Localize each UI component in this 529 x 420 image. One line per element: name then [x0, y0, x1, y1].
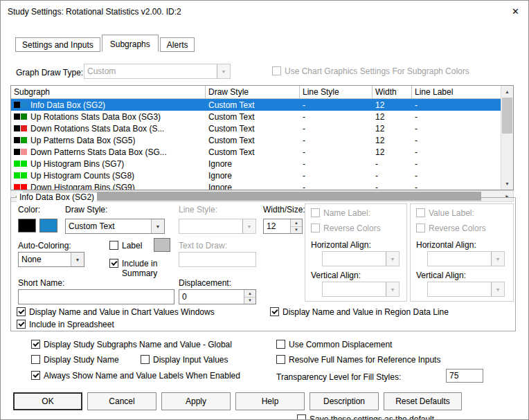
width-size-stepper[interactable]: 12 ▲ ▼ — [263, 219, 303, 234]
label-color-button[interactable] — [154, 238, 170, 252]
save-default-option[interactable]: Save these settings as the default — [297, 414, 434, 420]
include-spreadsheet-option[interactable]: Include in Spreadsheet — [17, 320, 114, 329]
name-reverse-colors-checkbox[interactable] — [311, 223, 320, 232]
label-option[interactable]: Label — [109, 241, 142, 250]
spin-up-icon[interactable]: ▲ — [244, 290, 255, 298]
secondary-color-button[interactable] — [39, 219, 57, 232]
subgraph-name: Info Data Box (SG2) — [30, 100, 105, 110]
display-study-name-option[interactable]: Display Study Name — [31, 355, 119, 365]
column-header-line-label[interactable]: Line Label — [412, 86, 503, 99]
line-style-select[interactable]: ▼ — [179, 219, 256, 234]
close-icon[interactable]: ✕ — [512, 6, 519, 17]
spin-down-icon[interactable]: ▼ — [291, 227, 302, 234]
include-spreadsheet-checkbox[interactable] — [17, 320, 26, 329]
table-row[interactable]: Up Histogram Bins (SG7)Ignore--- — [11, 158, 513, 170]
display-region-data-option[interactable]: Display Name and Value in Region Data Li… — [270, 307, 449, 317]
value-vertical-align-select[interactable]: ▼ — [427, 282, 505, 297]
include-in-summary-checkbox[interactable] — [109, 259, 118, 268]
chevron-down-icon[interactable]: ▼ — [491, 282, 504, 296]
name-label-checkbox[interactable] — [311, 208, 320, 217]
apply-button[interactable]: Apply — [161, 392, 231, 410]
use-common-displacement-checkbox[interactable] — [276, 340, 285, 349]
save-default-checkbox[interactable] — [297, 414, 306, 420]
scroll-up-icon[interactable]: ▲ — [501, 86, 513, 98]
resolve-full-names-checkbox[interactable] — [276, 355, 285, 364]
display-subgraphs-global-checkbox[interactable] — [31, 340, 40, 349]
short-name-input[interactable] — [18, 289, 174, 304]
draw-style-select[interactable]: Custom Text ▼ — [65, 219, 165, 234]
column-header-line-style[interactable]: Line Style — [300, 86, 373, 99]
value-label-frame: Value Label: Reverse Colors Horizontal A… — [410, 203, 514, 302]
value-reverse-colors-option[interactable]: Reverse Colors — [416, 223, 486, 233]
name-reverse-colors-option[interactable]: Reverse Colors — [311, 223, 381, 233]
title-bar[interactable]: Study Settings: Rotational Statistics v2… — [1, 1, 528, 23]
chevron-down-icon[interactable]: ▼ — [386, 282, 399, 296]
use-chart-graphics-option[interactable]: Use Chart Graphics Settings For Subgraph… — [272, 66, 469, 76]
row-color-swatch — [21, 102, 27, 108]
table-row[interactable]: Down Patterns Stats Data Box (SG...Custo… — [11, 146, 513, 158]
value-horizontal-align-select[interactable]: ▼ — [427, 251, 505, 266]
table-row[interactable]: Up Patterns Data Box (SG5)Custom Text-12… — [11, 134, 513, 146]
vertical-scroll-thumb[interactable] — [502, 98, 512, 134]
value-label-checkbox[interactable] — [416, 208, 425, 217]
chevron-down-icon[interactable]: ▼ — [491, 252, 504, 266]
description-button[interactable]: Description — [310, 392, 379, 410]
graph-draw-type-select[interactable]: Custom ▼ — [84, 64, 231, 79]
transparency-input[interactable] — [446, 369, 483, 383]
table-row[interactable]: Info Data Box (SG2)Custom Text-12- — [11, 99, 513, 111]
auto-coloring-select[interactable]: None ▼ — [18, 252, 84, 267]
table-row[interactable]: Down Histogram Bins (SG9)Ignore--- — [11, 181, 513, 190]
chevron-down-icon[interactable]: ▼ — [217, 64, 230, 78]
name-label-option[interactable]: Name Label: — [311, 208, 370, 218]
always-show-labels-option[interactable]: Always Show Name and Value Labels When E… — [31, 371, 240, 381]
help-button[interactable]: Help — [235, 392, 305, 410]
spin-up-icon[interactable]: ▲ — [291, 219, 302, 227]
name-horizontal-align-select[interactable]: ▼ — [322, 251, 400, 266]
include-in-summary-option[interactable]: Include in Summary — [109, 259, 173, 278]
value-label-option[interactable]: Value Label: — [416, 208, 474, 218]
vertical-scrollbar[interactable]: ▲ ▼ — [501, 86, 513, 190]
chevron-down-icon[interactable]: ▼ — [242, 219, 255, 233]
chevron-down-icon[interactable]: ▼ — [151, 219, 164, 233]
table-row[interactable]: Up Rotations Stats Data Box (SG3)Custom … — [11, 111, 513, 122]
cell-line-style: - — [300, 158, 373, 170]
use-common-displacement-option[interactable]: Use Common Displacement — [276, 340, 392, 349]
subgraph-name: Up Rotations Stats Data Box (SG3) — [30, 112, 161, 122]
table-row[interactable]: Down Rotations Stats Data Box (S...Custo… — [11, 122, 513, 134]
scroll-down-icon[interactable]: ▼ — [501, 178, 513, 190]
chevron-down-icon[interactable]: ▼ — [386, 252, 399, 266]
display-input-values-checkbox[interactable] — [141, 355, 150, 364]
display-region-data-checkbox[interactable] — [270, 307, 279, 316]
displacement-stepper[interactable]: 0 ▲ ▼ — [179, 289, 256, 304]
resolve-full-names-option[interactable]: Resolve Full Names for Reference Inputs — [276, 355, 440, 365]
info-data-box-group: Info Data Box (SG2) Color: Draw Style: C… — [10, 197, 516, 331]
column-header-subgraph[interactable]: Subgraph — [11, 86, 206, 99]
tab-alerts[interactable]: Alerts — [160, 37, 195, 52]
cancel-button[interactable]: Cancel — [87, 392, 156, 410]
ok-button[interactable]: OK — [13, 392, 82, 410]
cell-line-label: - — [412, 99, 503, 111]
cell-width: - — [373, 158, 412, 170]
spin-down-icon[interactable]: ▼ — [244, 298, 255, 304]
column-header-draw-style[interactable]: Draw Style — [206, 86, 300, 99]
tab-settings-and-inputs[interactable]: Settings and Inputs — [15, 37, 100, 52]
label-checkbox[interactable] — [109, 241, 118, 250]
always-show-labels-checkbox[interactable] — [31, 371, 40, 380]
reset-defaults-button[interactable]: Reset Defaults — [384, 392, 462, 410]
table-row[interactable]: Up Histogram Counts (SG8)Ignore--- — [11, 170, 513, 181]
primary-color-button[interactable] — [18, 219, 36, 232]
value-reverse-colors-checkbox[interactable] — [416, 223, 425, 232]
display-subgraphs-global-option[interactable]: Display Study Subgraphs Name and Value -… — [31, 340, 232, 349]
tab-subgraphs[interactable]: Subgraphs — [102, 35, 159, 52]
display-chart-values-checkbox[interactable] — [17, 307, 26, 316]
use-chart-graphics-checkbox[interactable] — [272, 66, 281, 75]
name-vertical-align-select[interactable]: ▼ — [322, 282, 400, 297]
display-study-name-checkbox[interactable] — [31, 355, 40, 364]
row-color-swatch — [21, 125, 27, 131]
chevron-down-icon[interactable]: ▼ — [71, 253, 84, 266]
column-header-width[interactable]: Width — [373, 86, 412, 99]
text-to-draw-input[interactable] — [179, 252, 256, 267]
display-input-values-option[interactable]: Display Input Values — [141, 355, 228, 365]
display-chart-values-option[interactable]: Display Name and Value in Chart Values W… — [17, 307, 215, 317]
cell-width: 12 — [373, 146, 412, 158]
